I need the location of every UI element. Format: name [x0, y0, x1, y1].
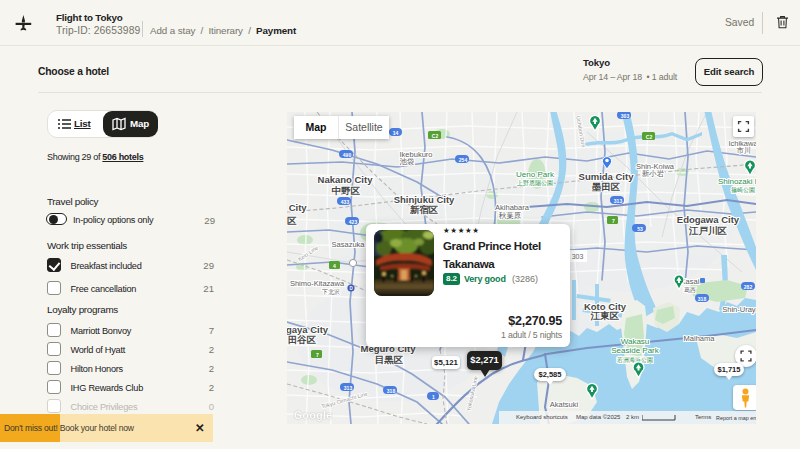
- svg-text:C2: C2: [646, 134, 653, 140]
- svg-text:Nakano City: Nakano City: [318, 174, 374, 185]
- svg-text:下北沢: 下北沢: [322, 288, 340, 296]
- svg-text:313: 313: [344, 385, 353, 391]
- svg-text:303: 303: [572, 253, 584, 260]
- svg-text:市川: 市川: [737, 146, 752, 155]
- svg-text:4: 4: [333, 263, 336, 269]
- svg-text:秋葉原: 秋葉原: [499, 211, 522, 220]
- svg-text:1: 1: [432, 394, 435, 400]
- svg-text:墨田区: 墨田区: [591, 181, 621, 192]
- svg-text:新小岩: 新小岩: [642, 169, 665, 178]
- svg-text:14: 14: [393, 130, 399, 136]
- svg-text:Shinozaki P: Shinozaki P: [718, 177, 756, 186]
- svg-text:田谷区: 田谷区: [288, 334, 317, 345]
- svg-text:433: 433: [341, 199, 350, 205]
- svg-text:中野区: 中野区: [332, 185, 361, 196]
- svg-text:490: 490: [343, 152, 352, 158]
- svg-text:Maihama: Maihama: [684, 334, 716, 343]
- svg-text:7: 7: [316, 352, 319, 358]
- svg-text:Akatsuki: Akatsuki: [550, 400, 579, 409]
- svg-text:篠崎公園: 篠崎公園: [731, 186, 755, 194]
- svg-text:Shin-Urayasu: Shin-Urayasu: [722, 305, 756, 314]
- svg-text:Ueno Park: Ueno Park: [516, 170, 555, 179]
- svg-text:Seaside Park: Seaside Park: [611, 346, 660, 355]
- svg-text:Edogawa City: Edogawa City: [677, 214, 740, 225]
- svg-text:新宿区: 新宿区: [410, 204, 439, 215]
- svg-text:区: 区: [287, 215, 297, 226]
- svg-text:303: 303: [621, 113, 630, 119]
- svg-text:葛西: 葛西: [684, 287, 696, 294]
- svg-text:423: 423: [349, 219, 358, 225]
- svg-text:Shimo-Kitazawa: Shimo-Kitazawa: [290, 279, 345, 288]
- svg-text:江戸川区: 江戸川区: [688, 225, 728, 236]
- svg-text:江東区: 江東区: [590, 310, 620, 321]
- svg-text:C2: C2: [432, 133, 439, 139]
- svg-text:i City: i City: [287, 202, 307, 213]
- svg-text:313: 313: [614, 198, 623, 204]
- svg-text:318: 318: [387, 388, 396, 394]
- svg-text:Wakasu: Wakasu: [621, 337, 650, 346]
- svg-text:318: 318: [698, 296, 707, 302]
- svg-text:7: 7: [612, 218, 615, 224]
- svg-text:53: 53: [637, 226, 643, 232]
- svg-text:Sasazuka: Sasazuka: [332, 240, 366, 249]
- svg-text:254: 254: [459, 157, 468, 163]
- svg-text:上野恩賜公園: 上野恩賜公園: [516, 180, 553, 187]
- svg-text:282: 282: [744, 284, 753, 290]
- svg-text:池袋: 池袋: [400, 157, 415, 166]
- svg-text:目黒区: 目黒区: [375, 354, 404, 365]
